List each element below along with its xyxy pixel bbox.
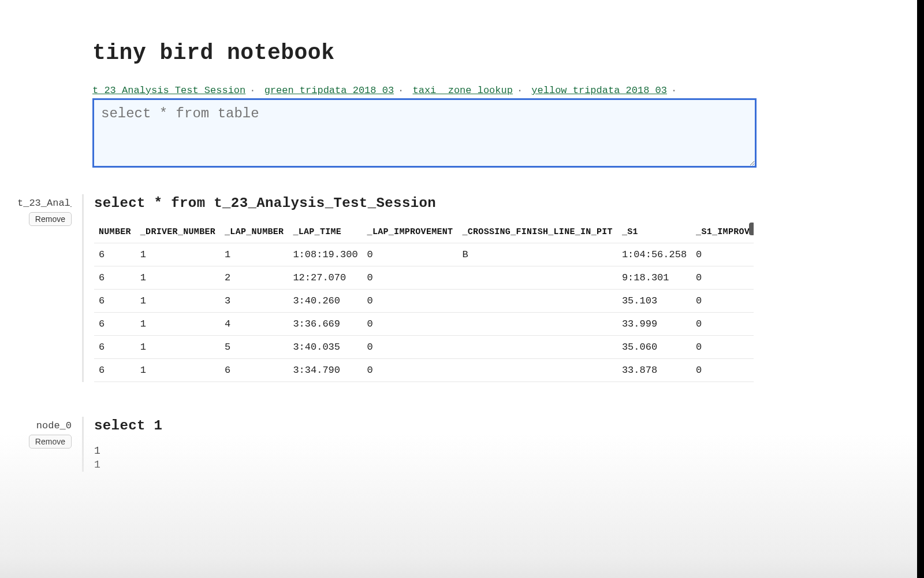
table-cell — [457, 290, 617, 313]
table-cell: 1 — [220, 243, 288, 266]
table-cell: 6 — [94, 313, 136, 336]
notebook-canvas: tiny bird notebook t_23_Analysis_Test_Se… — [0, 0, 924, 472]
separator-dot: · — [671, 85, 677, 96]
notebook-node: t_23_Anal_3 Remove select * from t_23_An… — [0, 194, 924, 382]
table-cell: 0 — [691, 243, 754, 266]
node-sidebar: t_23_Anal_3 Remove — [0, 194, 84, 382]
right-edge-bar — [917, 0, 924, 578]
table-cell: 35.060 — [617, 336, 691, 359]
table-cell: 0 — [363, 359, 458, 382]
table-cell: 3:34.790 — [288, 359, 362, 382]
table-cell: 4 — [220, 313, 288, 336]
table-cell: 1 — [136, 359, 220, 382]
node-sidebar: node_0 Remove — [0, 417, 84, 472]
column-header[interactable]: _LAP_NUMBER — [220, 221, 288, 243]
table-cell: 0 — [363, 313, 458, 336]
column-header[interactable]: _S1_IMPROVEMENT — [691, 221, 754, 243]
page-title: tiny bird notebook — [92, 40, 924, 65]
table-cell: 0 — [691, 336, 754, 359]
table-cell — [457, 266, 617, 290]
node-query-text[interactable]: select * from t_23_Analysis_Test_Session — [94, 195, 754, 211]
table-cell: 3 — [220, 290, 288, 313]
separator-dot: · — [517, 85, 523, 96]
sql-input[interactable] — [92, 98, 757, 168]
table-cell: 6 — [94, 290, 136, 313]
table-cell: 0 — [691, 359, 754, 382]
table-cell: 6 — [94, 243, 136, 266]
results-table: NUMBER _DRIVER_NUMBER _LAP_NUMBER _LAP_T… — [94, 221, 754, 382]
results-wrapper: NUMBER _DRIVER_NUMBER _LAP_NUMBER _LAP_T… — [94, 221, 754, 382]
table-cell: 2 — [220, 266, 288, 290]
node-query-text[interactable]: select 1 — [94, 418, 754, 433]
mini-result: 1 1 — [94, 444, 754, 472]
mini-cell: 1 — [94, 458, 754, 472]
table-cell: 3:36.669 — [288, 313, 362, 336]
table-cell: 6 — [220, 359, 288, 382]
table-cell: 33.999 — [617, 313, 691, 336]
table-row: 6111:08:19.3000B1:04:56.2580 — [94, 243, 754, 266]
column-header[interactable]: NUMBER — [94, 221, 136, 243]
node-content: select * from t_23_Analysis_Test_Session… — [84, 194, 754, 382]
table-row: 6163:34.790033.8780 — [94, 359, 754, 382]
table-cell: 12:27.070 — [288, 266, 362, 290]
node-name-label: t_23_Anal_3 — [17, 198, 72, 209]
separator-dot: · — [249, 85, 255, 96]
node-content: select 1 1 1 — [84, 417, 754, 472]
table-cell: 1 — [136, 313, 220, 336]
datasource-link[interactable]: yellow_tripdata_2018_03 — [531, 85, 667, 96]
column-header[interactable]: _DRIVER_NUMBER — [136, 221, 220, 243]
table-cell: 0 — [363, 243, 458, 266]
table-cell: 1 — [136, 243, 220, 266]
table-cell: 0 — [691, 313, 754, 336]
datasource-link[interactable]: t_23_Analysis_Test_Session — [92, 85, 245, 96]
column-header[interactable]: _LAP_TIME — [288, 221, 362, 243]
datasource-list: t_23_Analysis_Test_Session· green_tripda… — [92, 85, 924, 96]
table-cell: 1 — [136, 290, 220, 313]
table-cell: 5 — [220, 336, 288, 359]
datasource-link[interactable]: taxi__zone_lookup — [413, 85, 513, 96]
column-header[interactable]: _S1 — [617, 221, 691, 243]
table-cell: 3:40.260 — [288, 290, 362, 313]
sql-editor-container — [92, 98, 832, 168]
table-cell: 6 — [94, 359, 136, 382]
table-cell: 0 — [691, 266, 754, 290]
table-row: 6153:40.035035.0600 — [94, 336, 754, 359]
table-cell: 33.878 — [617, 359, 691, 382]
table-cell: 6 — [94, 266, 136, 290]
table-cell — [457, 336, 617, 359]
table-cell: B — [457, 243, 617, 266]
column-header[interactable]: _CROSSING_FINISH_LINE_IN_PIT — [457, 221, 617, 243]
remove-button[interactable]: Remove — [29, 435, 72, 449]
table-cell: 0 — [363, 290, 458, 313]
table-cell: 1 — [136, 336, 220, 359]
table-cell: 1:04:56.258 — [617, 243, 691, 266]
table-cell — [457, 359, 617, 382]
notebook-node: node_0 Remove select 1 1 1 — [0, 417, 924, 472]
table-cell: 1:08:19.300 — [288, 243, 362, 266]
table-cell: 0 — [363, 336, 458, 359]
table-cell: 0 — [691, 290, 754, 313]
table-row: 6133:40.260035.1030 — [94, 290, 754, 313]
table-cell: 0 — [363, 266, 458, 290]
table-cell: 6 — [94, 336, 136, 359]
node-name-label: node_0 — [17, 420, 72, 431]
table-cell: 1 — [136, 266, 220, 290]
mini-header: 1 — [94, 444, 754, 458]
table-cell: 3:40.035 — [288, 336, 362, 359]
horizontal-scroll-thumb[interactable] — [749, 223, 754, 235]
column-header[interactable]: _LAP_IMPROVEMENT — [363, 221, 458, 243]
table-cell: 35.103 — [617, 290, 691, 313]
table-cell — [457, 313, 617, 336]
table-cell: 9:18.301 — [617, 266, 691, 290]
remove-button[interactable]: Remove — [29, 212, 72, 226]
datasource-link[interactable]: green_tripdata_2018_03 — [264, 85, 394, 96]
table-row: 6143:36.669033.9990 — [94, 313, 754, 336]
table-row: 61212:27.07009:18.3010 — [94, 266, 754, 290]
separator-dot: · — [398, 85, 404, 96]
